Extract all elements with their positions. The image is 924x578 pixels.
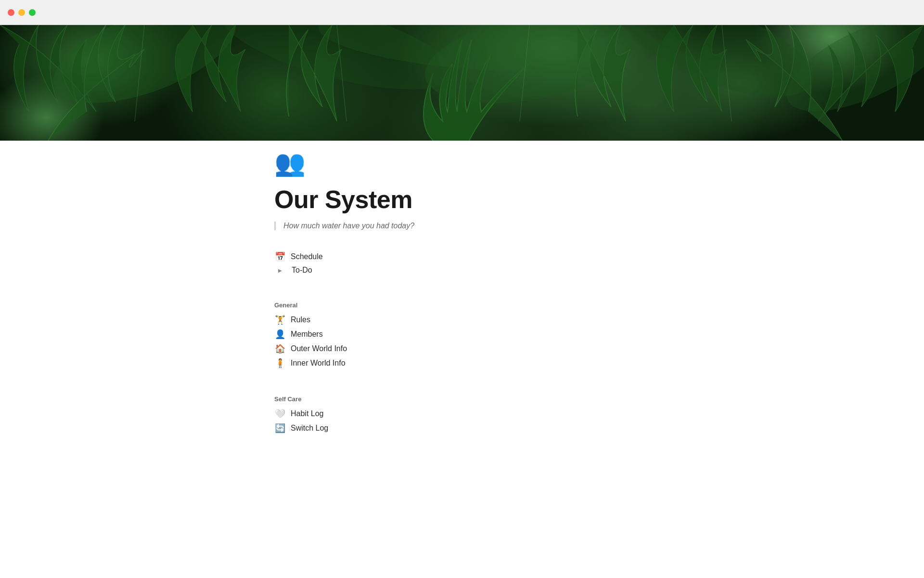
calendar-icon: 📅: [274, 251, 286, 262]
minimize-button[interactable]: [18, 9, 25, 16]
fern-svg: [0, 25, 924, 141]
nav-label-habit-log: Habit Log: [291, 409, 324, 418]
person-icon: 🧍: [274, 358, 286, 368]
arrows-icon: 🔄: [274, 423, 286, 434]
page-quote: How much water have you had today?: [274, 222, 650, 230]
nav-item-todo[interactable]: ▶ To-Do: [274, 264, 650, 276]
heart-icon: 🤍: [274, 408, 286, 419]
nav-item-habit-log[interactable]: 🤍 Habit Log: [274, 407, 650, 421]
section-header-general: General: [274, 302, 650, 309]
nav-item-schedule[interactable]: 📅 Schedule: [274, 250, 650, 264]
members-icon: 👤: [274, 329, 286, 340]
nav-item-members[interactable]: 👤 Members: [274, 327, 650, 342]
nav-item-outer-world-info[interactable]: 🏠 Outer World Info: [274, 342, 650, 356]
section-self-care: Self Care 🤍 Habit Log 🔄 Switch Log: [274, 395, 650, 435]
house-icon: 🏠: [274, 343, 286, 354]
browser-chrome: [0, 0, 924, 25]
section-general: General 🏋 Rules 👤 Members 🏠 Outer World …: [274, 302, 650, 370]
nav-item-switch-log[interactable]: 🔄 Switch Log: [274, 421, 650, 435]
rules-icon: 🏋: [274, 315, 286, 325]
page-content: 👥 Our System How much water have you had…: [245, 141, 679, 435]
nav-label-members: Members: [291, 330, 323, 339]
nav-label-inner-world-info: Inner World Info: [291, 359, 346, 368]
nav-item-rules[interactable]: 🏋 Rules: [274, 313, 650, 327]
spacer-2: [274, 386, 650, 395]
close-button[interactable]: [8, 9, 14, 16]
nav-label-rules: Rules: [291, 315, 310, 324]
page-title: Our System: [274, 185, 650, 214]
nav-item-inner-world-info[interactable]: 🧍 Inner World Info: [274, 356, 650, 370]
nav-label-todo: To-Do: [292, 266, 312, 275]
header-image: [0, 25, 924, 141]
page-icon: 👥: [274, 149, 306, 177]
nav-label-schedule: Schedule: [291, 252, 323, 261]
spacer-1: [274, 292, 650, 302]
page-quote-text: How much water have you had today?: [283, 222, 414, 230]
nav-label-switch-log: Switch Log: [291, 424, 328, 433]
section-header-self-care: Self Care: [274, 395, 650, 403]
maximize-button[interactable]: [29, 9, 36, 16]
page-icon-area: 👥: [274, 141, 650, 179]
arrow-icon: ▶: [274, 268, 286, 273]
nav-label-outer-world-info: Outer World Info: [291, 344, 347, 353]
section-top-links: 📅 Schedule ▶ To-Do: [274, 250, 650, 276]
